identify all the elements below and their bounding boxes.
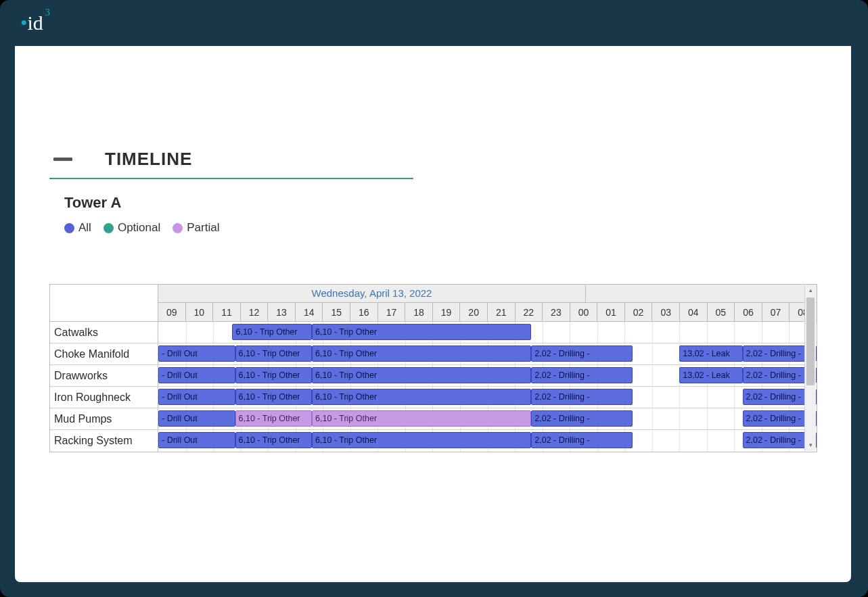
task-bar[interactable]: 6,10 - Trip Other bbox=[312, 367, 531, 383]
legend-label: Partial bbox=[187, 221, 219, 235]
app-frame: •id3 TIMELINE Tower A AllOptionalPartial… bbox=[0, 0, 868, 597]
row-track: - Drill Out6,10 - Trip Other6,10 - Trip … bbox=[158, 387, 817, 408]
task-bar[interactable]: 6,10 - Trip Other bbox=[235, 410, 313, 427]
row-label: Catwalks bbox=[50, 322, 158, 343]
task-bar[interactable]: 6,10 - Trip Other bbox=[235, 345, 313, 362]
task-bar[interactable]: - Drill Out bbox=[158, 432, 235, 448]
timeline-date-label: Wednesday, April 13, 2022 bbox=[158, 285, 586, 302]
hour-cell: 13 bbox=[268, 303, 296, 321]
task-bar[interactable]: 6,10 - Trip Other bbox=[235, 367, 313, 383]
task-bar[interactable]: 6,10 - Trip Other bbox=[235, 389, 313, 405]
gantt-row: Racking System- Drill Out6,10 - Trip Oth… bbox=[50, 430, 817, 452]
task-bar[interactable]: 2,02 - Drilling - bbox=[531, 410, 633, 427]
hour-cell: 09 bbox=[158, 303, 186, 321]
hour-cell: 22 bbox=[516, 303, 543, 321]
section-header-row: TIMELINE bbox=[49, 149, 413, 179]
task-bar[interactable]: 6,10 - Trip Other bbox=[312, 410, 531, 427]
gantt-chart[interactable]: Wednesday, April 13, 2022 09101112131415… bbox=[49, 284, 817, 452]
hour-cell: 04 bbox=[680, 303, 708, 321]
hour-cell: 18 bbox=[405, 303, 433, 321]
row-label: Choke Manifold bbox=[50, 343, 158, 364]
legend-dot-icon bbox=[104, 223, 114, 233]
row-label: Drawworks bbox=[50, 365, 158, 386]
header-bar: •id3 bbox=[0, 0, 868, 46]
task-bar[interactable]: 13,02 - Leak bbox=[679, 345, 742, 362]
scroll-thumb[interactable] bbox=[806, 297, 815, 385]
legend-label: Optional bbox=[118, 221, 160, 235]
row-label: Mud Pumps bbox=[50, 408, 158, 429]
gantt-row: Mud Pumps- Drill Out6,10 - Trip Other6,1… bbox=[50, 408, 817, 430]
scroll-down-icon[interactable]: ▾ bbox=[805, 440, 816, 451]
hour-cell: 19 bbox=[433, 303, 461, 321]
logo-dot-icon: • bbox=[20, 11, 28, 34]
hour-cell: 12 bbox=[241, 303, 269, 321]
hour-cell: 11 bbox=[213, 303, 241, 321]
gantt-row: Drawworks- Drill Out6,10 - Trip Other6,1… bbox=[50, 365, 817, 387]
row-label: Racking System bbox=[50, 430, 158, 452]
hour-cell: 06 bbox=[735, 303, 762, 321]
section-title: TIMELINE bbox=[105, 149, 192, 170]
gantt-row: Iron Roughneck- Drill Out6,10 - Trip Oth… bbox=[50, 387, 817, 408]
hour-cell: 21 bbox=[488, 303, 516, 321]
hour-cell: 01 bbox=[597, 303, 625, 321]
legend-dot-icon bbox=[173, 223, 183, 233]
task-bar[interactable]: 2,02 - Drilling - bbox=[531, 367, 633, 383]
task-bar[interactable]: - Drill Out bbox=[158, 345, 235, 362]
task-bar[interactable]: - Drill Out bbox=[158, 410, 235, 427]
section-header: TIMELINE Tower A AllOptionalPartial bbox=[49, 149, 413, 235]
task-bar[interactable]: 13,02 - Leak bbox=[679, 367, 742, 383]
task-bar[interactable]: 2,02 - Drilling - bbox=[531, 389, 633, 405]
collapse-icon[interactable] bbox=[53, 158, 72, 161]
legend-item-partial[interactable]: Partial bbox=[173, 221, 219, 235]
hour-cell: 03 bbox=[652, 303, 680, 321]
app-logo: •id3 bbox=[20, 11, 43, 34]
hour-cell: 16 bbox=[350, 303, 378, 321]
hour-cell: 17 bbox=[378, 303, 406, 321]
row-label: Iron Roughneck bbox=[50, 387, 158, 408]
hour-cell: 23 bbox=[543, 303, 570, 321]
section-subtitle: Tower A bbox=[64, 194, 413, 212]
hour-cell: 00 bbox=[570, 303, 598, 321]
task-bar[interactable]: 6,10 - Trip Other bbox=[312, 324, 531, 340]
row-track: - Drill Out6,10 - Trip Other6,10 - Trip … bbox=[158, 343, 817, 364]
logo-text: id bbox=[28, 11, 43, 34]
gantt-row: Catwalks6,10 - Trip Other6,10 - Trip Oth… bbox=[50, 322, 817, 343]
timeline-hours-row: 0910111213141516171819202122230001020304… bbox=[158, 302, 817, 321]
task-bar[interactable]: 6,10 - Trip Other bbox=[312, 389, 531, 405]
task-bar[interactable]: 6,10 - Trip Other bbox=[312, 432, 531, 448]
row-track: - Drill Out6,10 - Trip Other6,10 - Trip … bbox=[158, 430, 817, 452]
hour-cell: 20 bbox=[460, 303, 488, 321]
hour-cell: 14 bbox=[296, 303, 323, 321]
task-bar[interactable]: - Drill Out bbox=[158, 367, 235, 383]
task-bar[interactable]: 6,10 - Trip Other bbox=[235, 432, 313, 448]
row-track: - Drill Out6,10 - Trip Other6,10 - Trip … bbox=[158, 408, 817, 429]
logo-superscript: 3 bbox=[45, 7, 50, 18]
timeline-header-label-col bbox=[50, 285, 158, 321]
row-track: - Drill Out6,10 - Trip Other6,10 - Trip … bbox=[158, 365, 817, 386]
hour-cell: 07 bbox=[762, 303, 790, 321]
content-panel: TIMELINE Tower A AllOptionalPartial Wedn… bbox=[15, 46, 851, 582]
task-bar[interactable]: 6,10 - Trip Other bbox=[232, 324, 312, 340]
task-bar[interactable]: - Drill Out bbox=[158, 389, 235, 405]
task-bar[interactable]: 2,02 - Drilling - bbox=[531, 432, 633, 448]
timeline-date-strip: Wednesday, April 13, 2022 09101112131415… bbox=[158, 285, 817, 321]
gantt-body: Catwalks6,10 - Trip Other6,10 - Trip Oth… bbox=[50, 322, 817, 452]
legend-item-all[interactable]: All bbox=[64, 221, 91, 235]
scroll-up-icon[interactable]: ▴ bbox=[805, 285, 816, 296]
hour-cell: 02 bbox=[625, 303, 653, 321]
legend-label: All bbox=[78, 221, 91, 235]
legend-item-optional[interactable]: Optional bbox=[104, 221, 160, 235]
timeline-header: Wednesday, April 13, 2022 09101112131415… bbox=[50, 285, 817, 322]
task-bar[interactable]: 6,10 - Trip Other bbox=[312, 345, 531, 362]
legend-dot-icon bbox=[64, 223, 74, 233]
hour-cell: 10 bbox=[186, 303, 214, 321]
legend: AllOptionalPartial bbox=[64, 221, 413, 235]
gantt-row: Choke Manifold- Drill Out6,10 - Trip Oth… bbox=[50, 343, 817, 365]
hour-cell: 05 bbox=[708, 303, 735, 321]
hour-cell: 15 bbox=[323, 303, 350, 321]
vertical-scrollbar[interactable]: ▴ ▾ bbox=[804, 285, 816, 451]
task-bar[interactable]: 2,02 - Drilling - bbox=[531, 345, 633, 362]
row-track: 6,10 - Trip Other6,10 - Trip Other bbox=[158, 322, 817, 343]
